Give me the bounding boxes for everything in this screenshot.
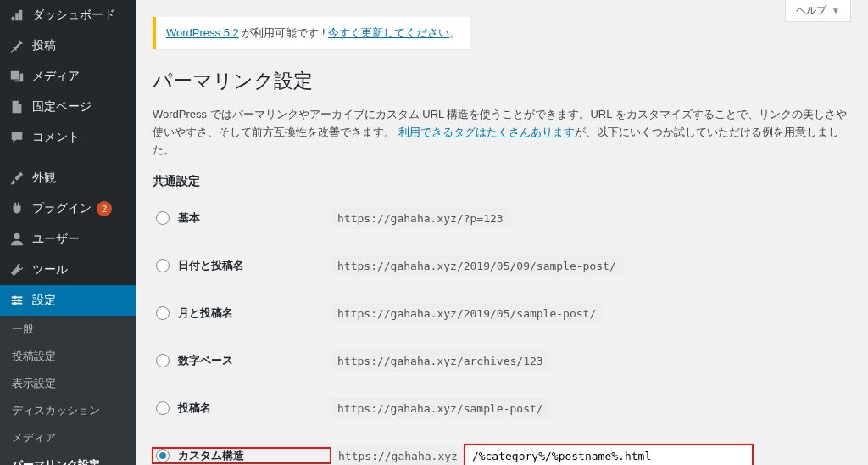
sub-item-writing[interactable]: 投稿設定 xyxy=(0,343,136,370)
sidebar-item-media[interactable]: メディア xyxy=(0,61,136,92)
page-title: パーマリンク設定 xyxy=(153,68,851,94)
radio-dayname[interactable] xyxy=(156,259,170,272)
available-tags-link[interactable]: 利用できるタグはたくさんあります xyxy=(398,126,575,138)
svg-point-0 xyxy=(14,233,19,239)
sidebar-item-label: 外観 xyxy=(32,171,56,186)
option-example: https://gahaha.xyz/archives/123 xyxy=(331,350,550,372)
sidebar-item-appearance[interactable]: 外観 xyxy=(0,163,136,193)
sidebar-item-label: ユーザー xyxy=(32,232,80,247)
sidebar-item-tools[interactable]: ツール xyxy=(0,255,136,285)
site-url-prefix: https://gahaha.xyz xyxy=(331,445,465,465)
radio-plain[interactable] xyxy=(156,211,170,225)
option-label: 投稿名 xyxy=(178,401,211,416)
sidebar-item-users[interactable]: ユーザー xyxy=(0,224,136,255)
option-example: https://gahaha.xyz/?p=123 xyxy=(331,208,510,229)
sidebar-item-label: 設定 xyxy=(32,293,56,308)
page-description: WordPress ではパーマリンクやアーカイブにカスタム URL 構造を使うこ… xyxy=(153,106,851,159)
sub-item-reading[interactable]: 表示設定 xyxy=(0,370,136,397)
user-icon xyxy=(8,231,25,248)
option-example: https://gahaha.xyz/2019/05/09/sample-pos… xyxy=(331,255,623,277)
sidebar-item-settings[interactable]: 設定 xyxy=(0,285,136,316)
sidebar-item-plugins[interactable]: プラグイン 2 xyxy=(0,193,136,224)
plugin-update-badge: 2 xyxy=(97,201,112,216)
main-content: ヘルプ ▼ WordPress 5.2 が利用可能です ! 今すぐ更新してくださ… xyxy=(136,0,868,465)
sidebar-item-label: 固定ページ xyxy=(32,99,92,115)
option-example: https://gahaha.xyz/sample-post/ xyxy=(331,398,550,419)
sidebar-item-comments[interactable]: コメント xyxy=(0,122,136,153)
sidebar-item-pages[interactable]: 固定ページ xyxy=(0,92,136,122)
pin-icon xyxy=(8,37,25,54)
permalink-option-numeric[interactable]: 数字ベース https://gahaha.xyz/archives/123 xyxy=(153,344,851,378)
permalink-option-postname[interactable]: 投稿名 https://gahaha.xyz/sample-post/ xyxy=(153,391,851,425)
radio-custom[interactable] xyxy=(156,449,170,462)
permalink-option-monthname[interactable]: 月と投稿名 https://gahaha.xyz/2019/05/sample-… xyxy=(153,296,851,330)
settings-icon xyxy=(8,292,25,309)
option-label: 日付と投稿名 xyxy=(178,258,244,273)
sidebar-item-label: ツール xyxy=(32,262,68,277)
tools-icon xyxy=(8,261,25,278)
svg-point-4 xyxy=(14,296,17,300)
page-icon xyxy=(8,98,25,115)
option-example: https://gahaha.xyz/2019/05/sample-post/ xyxy=(331,303,603,324)
sidebar-item-posts[interactable]: 投稿 xyxy=(0,31,136,61)
wordpress-version-link[interactable]: WordPress 5.2 xyxy=(166,26,239,39)
update-notice: WordPress 5.2 が利用可能です ! 今すぐ更新してください。 xyxy=(153,17,470,49)
dashboard-icon xyxy=(8,7,25,24)
media-icon xyxy=(8,68,25,85)
help-label: ヘルプ xyxy=(796,3,826,18)
svg-point-6 xyxy=(14,302,17,305)
sidebar-item-label: 投稿 xyxy=(32,38,56,53)
common-settings-title: 共通設定 xyxy=(153,174,851,189)
sidebar-item-dashboard[interactable]: ダッシュボード xyxy=(0,0,136,31)
sub-item-permalinks[interactable]: パーマリンク設定 xyxy=(0,451,136,465)
settings-submenu: 一般 投稿設定 表示設定 ディスカッション メディア パーマリンク設定 プライバ… xyxy=(0,316,136,465)
sidebar-item-label: プラグイン xyxy=(32,201,92,216)
admin-sidebar: ダッシュボード 投稿 メディア 固定ページ コメント 外観 xyxy=(0,0,136,465)
svg-point-5 xyxy=(18,299,21,302)
radio-monthname[interactable] xyxy=(156,306,170,320)
sub-item-media[interactable]: メディア xyxy=(0,424,136,451)
radio-postname[interactable] xyxy=(156,401,170,415)
sub-item-general[interactable]: 一般 xyxy=(0,316,136,343)
brush-icon xyxy=(8,170,25,187)
option-label: 月と投稿名 xyxy=(178,305,233,321)
sub-item-discussion[interactable]: ディスカッション xyxy=(0,397,136,424)
plugin-icon xyxy=(8,200,25,217)
option-label: 基本 xyxy=(178,210,200,226)
sidebar-item-label: ダッシュボード xyxy=(32,8,115,23)
chevron-down-icon: ▼ xyxy=(832,6,840,15)
comment-icon xyxy=(8,129,25,146)
permalink-option-custom[interactable]: カスタム構造 https://gahaha.xyz xyxy=(153,439,851,465)
option-label: 数字ベース xyxy=(178,353,233,368)
sidebar-item-label: コメント xyxy=(32,130,80,145)
permalink-option-dayname[interactable]: 日付と投稿名 https://gahaha.xyz/2019/05/09/sam… xyxy=(153,249,851,283)
update-now-link[interactable]: 今すぐ更新してください xyxy=(328,26,449,39)
radio-numeric[interactable] xyxy=(156,354,170,367)
custom-permalink-input[interactable] xyxy=(465,445,753,465)
help-tab[interactable]: ヘルプ ▼ xyxy=(785,0,851,22)
custom-structure-field: https://gahaha.xyz xyxy=(331,445,753,465)
permalink-option-plain[interactable]: 基本 https://gahaha.xyz/?p=123 xyxy=(153,201,851,235)
sidebar-item-label: メディア xyxy=(32,69,80,84)
option-label: カスタム構造 xyxy=(178,448,244,463)
